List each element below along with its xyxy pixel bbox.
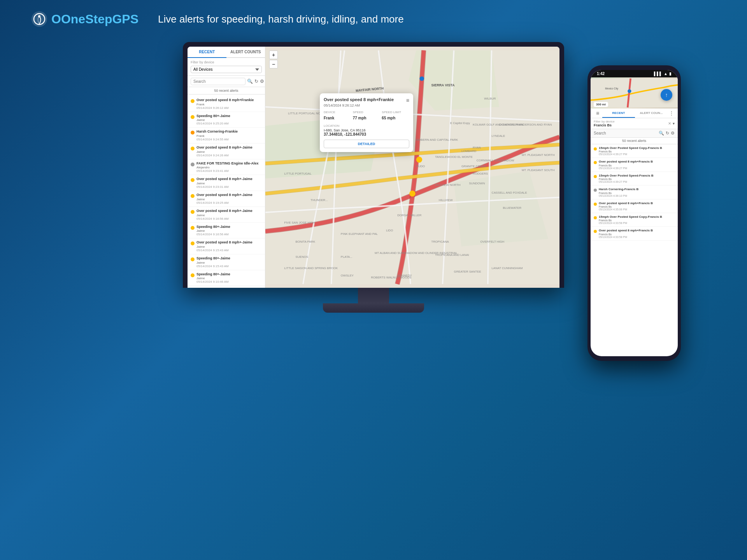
alert-dot — [191, 163, 195, 166]
alert-text: Over posted speed 8 mph+-Jaime Jaime 05/… — [196, 193, 262, 205]
alert-list-item[interactable]: Over posted speed 8 mph+-Jaime Jaime 05/… — [188, 286, 265, 288]
alert-list-item[interactable]: Over posted speed 8 mph+-Jaime Jaime 05/… — [188, 238, 265, 254]
app-layout: RECENT ALERT COUNTS Filter by device All… — [188, 47, 559, 288]
phone-alert-device: Francis Bs — [599, 178, 654, 180]
phone-search-input[interactable] — [594, 131, 657, 135]
zoom-out-button[interactable]: − — [269, 60, 278, 68]
alert-time: 05/14/2024 9:24:55 AM — [196, 138, 262, 141]
popup-detailed-button[interactable]: DETAILED — [324, 140, 409, 148]
monitor-stand-base — [323, 303, 424, 313]
phone-tab-alert-counts[interactable]: ALERT COUN... — [635, 109, 668, 118]
phone-alert-item[interactable]: Harsh Cornering-Francis B Francis Bs 05/… — [591, 186, 678, 199]
phone-wrapper: 1:42 ▌▌▌ ▲ ▮ Mexico City — [587, 65, 681, 361]
alert-list-item[interactable]: Speeding 80+-Jaime Jaime 05/14/2024 9:10… — [188, 270, 265, 286]
phone-alert-item[interactable]: 15mph Over Posted Speed Copy-Francis B F… — [591, 213, 678, 227]
alert-list-item[interactable]: Over posted speed 8 mph+Frankie Frank 05… — [188, 96, 265, 112]
phone-alert-dot — [594, 147, 597, 150]
alert-title: Over posted speed 8 mph+-Jaime — [196, 145, 262, 150]
alert-list-item[interactable]: Speeding 80+-Jaime Jaime 05/14/2024 9:25… — [188, 112, 265, 128]
alert-dot — [191, 226, 195, 230]
alerts-count: 50 recent alerts — [188, 87, 265, 94]
phone-menu-icon[interactable]: ≡ — [593, 108, 602, 118]
svg-text:LITTLE SAIGON AND SPRING BROOK: LITTLE SAIGON AND SPRING BROOK — [284, 266, 338, 270]
phone-refresh-icon[interactable]: ↻ — [666, 131, 669, 136]
zoom-in-button[interactable]: + — [269, 51, 278, 59]
phone-filter-clear[interactable]: ✕ — [668, 121, 671, 126]
svg-text:THUNDER...: THUNDER... — [310, 198, 328, 202]
phone-alert-device: Francis Bs — [599, 205, 653, 208]
alert-title: Over posted speed 8 mph+-Jaime — [196, 240, 262, 245]
alert-device: Jaime — [196, 261, 262, 264]
map-svg: MAYFAIR NORTH LITTLE PORTUGAL NORTH LITT… — [265, 47, 559, 288]
alert-list-item[interactable]: Over posted speed 8 mph+-Jaime Jaime 05/… — [188, 207, 265, 223]
phone-fab-button[interactable]: ↑ — [661, 89, 672, 101]
alert-list-item[interactable]: Over posted speed 8 mph+-Jaime Jaime 05/… — [188, 175, 265, 191]
phone-status-bar: 1:42 ▌▌▌ ▲ ▮ — [591, 70, 678, 77]
svg-text:FIVE SAN JOSE HIGH: FIVE SAN JOSE HIGH — [284, 221, 315, 224]
alert-text: Harsh Cornering-Frankie Frank 05/14/2024… — [196, 130, 262, 141]
popup-menu-icon[interactable]: ≡ — [406, 97, 409, 103]
alert-device: Jaime — [196, 245, 262, 248]
alert-dot — [191, 147, 195, 150]
alert-time: 05/14/2024 9:24:26 AM — [196, 154, 262, 157]
svg-text:LIDO: LIDO — [386, 229, 393, 232]
phone-alert-item[interactable]: 15mph Over Posted Speed-Francis B Franci… — [591, 172, 678, 186]
alert-list-item[interactable]: Over posted speed 8 mph+-Jaime Jaime 05/… — [188, 144, 265, 159]
phone-filter-chevron[interactable]: ▾ — [673, 121, 675, 126]
map-area: MAYFAIR NORTH LITTLE PORTUGAL NORTH LITT… — [265, 47, 559, 288]
alert-time: 05/14/2024 9:10:46 AM — [196, 280, 262, 284]
popup-device: DEVICE Frank — [324, 110, 351, 121]
search-input[interactable] — [191, 78, 245, 85]
popup-title: Over posted speed 8 mph+Frankie — [324, 97, 394, 102]
alert-title: Over posted speed 8 mph+-Jaime — [196, 193, 262, 198]
alert-title: Speeding 80+-Jaime — [196, 256, 262, 261]
phone-alert-text: Harsh Cornering-Francis B Francis Bs 05/… — [599, 187, 638, 197]
phone-alert-item[interactable]: Over posted speed 8 mph+Francis B Franci… — [591, 200, 678, 213]
svg-text:LITTLE PORTUGAL: LITTLE PORTUGAL — [284, 172, 312, 175]
svg-text:E Capitol Expy: E Capitol Expy — [450, 121, 470, 125]
phone-alert-title: Harsh Cornering-Francis B — [599, 187, 638, 191]
alert-time: 05/14/2024 9:25:20 AM — [196, 122, 262, 125]
alert-list-item[interactable]: Over posted speed 8 mph+-Jaime Jaime 05/… — [188, 191, 265, 207]
phone-filter-controls: ✕ ▾ — [668, 121, 675, 126]
alert-device: Alejandro — [196, 166, 262, 169]
alert-list-item[interactable]: Speeding 80+-Jaime Jaime 05/14/2024 9:15… — [188, 254, 265, 270]
map-controls: + − — [269, 51, 278, 68]
phone-alert-item[interactable]: 15mph Over Posted Speed Copy-Francis B F… — [591, 144, 678, 158]
alert-text: Speeding 80+-Jaime Jaime 05/14/2024 9:15… — [196, 256, 262, 268]
phone-alerts-count: 50 recent alerts — [591, 138, 678, 144]
phone-settings-icon[interactable]: ⚙ — [671, 131, 675, 136]
alert-text: Speeding 80+-Jaime Jaime 05/14/2024 9:10… — [196, 272, 262, 284]
refresh-button[interactable]: ↻ — [254, 77, 258, 85]
phone-alert-item[interactable]: Over posted speed 8 mph+Francis B Franci… — [591, 227, 678, 240]
svg-text:LOMBARD: LOMBARD — [461, 149, 477, 153]
alert-dot — [191, 273, 195, 277]
alert-list-item[interactable]: FAKE FOR TESTING Engine Idle-Alex Alejan… — [188, 159, 265, 175]
phone-alert-item[interactable]: Over posted speed 8 mph+Francis B Franci… — [591, 158, 678, 172]
phone-alert-device: Francis Bs — [599, 233, 653, 236]
search-bar: 🔍 ↻ ⚙ — [188, 76, 265, 87]
alert-time: 05/14/2024 9:16:56 AM — [196, 233, 262, 236]
tab-recent[interactable]: RECENT — [188, 47, 226, 58]
alert-title: Harsh Cornering-Frankie — [196, 130, 262, 134]
svg-text:KENNEDY: KENNEDY — [397, 274, 412, 277]
phone-filter-label: Filter by device — [594, 120, 615, 123]
phone-alert-dot — [594, 203, 597, 206]
phone-tab-recent[interactable]: RECENT — [602, 109, 635, 118]
alert-device: Jaime — [196, 229, 262, 233]
map-popup: Over posted speed 8 mph+Frankie ≡ 05/14/… — [320, 93, 413, 152]
alert-time: 05/14/2024 9:16:56 AM — [196, 217, 262, 220]
alert-time: 05/14/2024 9:26:12 AM — [196, 106, 262, 110]
alert-list-item[interactable]: Harsh Cornering-Frankie Frank 05/14/2024… — [188, 128, 265, 144]
phone-more-icon[interactable]: ⋮ — [668, 110, 675, 116]
alert-list-item[interactable]: Speeding 80+-Jaime Jaime 05/14/2024 9:16… — [188, 223, 265, 239]
alert-device: Jaime — [196, 150, 262, 154]
svg-point-51 — [409, 191, 416, 197]
search-button[interactable]: 🔍 — [247, 77, 253, 85]
tab-alert-counts[interactable]: ALERT COUNTS — [226, 47, 265, 58]
svg-text:LANAT CUNNINGHAM: LANAT CUNNINGHAM — [492, 266, 523, 270]
device-filter-select[interactable]: All Devices — [191, 66, 262, 73]
settings-button[interactable]: ⚙ — [260, 77, 264, 85]
phone-alert-list: 15mph Over Posted Speed Copy-Francis B F… — [591, 144, 678, 356]
phone-search-icon[interactable]: 🔍 — [659, 131, 664, 136]
